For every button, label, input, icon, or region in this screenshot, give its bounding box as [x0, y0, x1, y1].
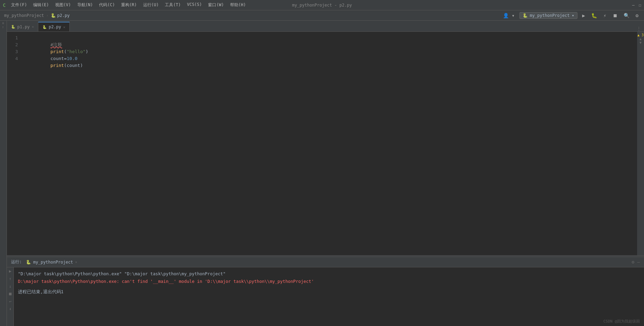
bottom-panel: 运行: 🐍 my_pythonProject ✕ ⚙ — ▶ ↑ ↓ ⏹ ↩ — [7, 257, 644, 326]
panel-tabs: 运行: 🐍 my_pythonProject ✕ ⚙ — — [7, 257, 644, 267]
tab-p2py-icon: 🐍 — [42, 25, 47, 29]
menu-edit[interactable]: 编辑(E) — [30, 1, 52, 9]
line-num-2: 2 — [7, 41, 18, 48]
search-icon[interactable]: 🔍 — [622, 12, 631, 19]
warning-badge: ▲ 3 — [637, 33, 644, 37]
panel-left-icons: ▶ ↑ ↓ ⏹ ↩ ⬇ — [7, 267, 14, 326]
maximize-button[interactable]: ☐ — [639, 3, 641, 8]
editor-area: 🐍 p1.py ✕ 🐍 p2.py ✕ ⋮ 1 2 3 4 #注释 — [7, 21, 644, 326]
line-numbers: 1 2 3 4 — [7, 32, 21, 255]
menu-tools[interactable]: 工具(T) — [162, 1, 184, 9]
project-name: my_pythonProject — [530, 13, 570, 18]
right-gutter: ▲ 3 ▲ ▼ — [637, 32, 644, 255]
breadcrumb-filename: p2.py — [57, 13, 70, 18]
code-print2-func: print — [50, 63, 64, 68]
minimize-button[interactable]: — — [632, 3, 635, 8]
breadcrumb-file[interactable]: 🐍 p2.py — [51, 13, 70, 18]
menu-file[interactable]: 文件(F) — [8, 1, 30, 9]
panel-down-icon[interactable]: ↓ — [9, 284, 11, 289]
run-output: "D:\major task\python\Python\python.exe"… — [14, 267, 644, 326]
tabs-more-button[interactable]: ⋮ — [634, 26, 644, 31]
output-error: D:\major task\python\Python\python.exe: … — [18, 278, 640, 285]
panel-controls: ⚙ — — [632, 259, 640, 265]
coverage-button[interactable]: ⚡ — [602, 12, 607, 19]
code-count-arg: count — [67, 63, 80, 68]
gutter-down-arrow[interactable]: ▼ — [640, 41, 642, 45]
run-button[interactable]: ▶ — [581, 12, 586, 19]
main-content: ≡ ← 🐍 p1.py ✕ 🐍 p2.py ✕ ⋮ 1 2 3 4 — [0, 21, 644, 326]
app-icon: C — [3, 2, 6, 8]
menu-run[interactable]: 运行(U) — [140, 1, 162, 9]
user-icon[interactable]: 👤 ▾ — [502, 12, 516, 19]
run-tab-close[interactable]: ✕ — [75, 260, 77, 264]
code-line-1: #注释 — [23, 34, 637, 41]
window-controls: — ☐ — [632, 3, 641, 8]
breadcrumb-project[interactable]: my_pythonProject — [4, 13, 44, 18]
panel-up-icon[interactable]: ↑ — [9, 276, 11, 281]
code-paren2-close: ) — [80, 63, 83, 68]
window-title: my_pythonProject - p2.py — [292, 3, 352, 8]
line-num-3: 3 — [7, 48, 18, 55]
code-line-2: print("hello") — [23, 41, 637, 48]
title-bar: C 文件(F) 编辑(E) 视图(V) 导航(N) 代码(C) 重构(R) 运行… — [0, 0, 644, 10]
menu-view[interactable]: 视图(V) — [52, 1, 74, 9]
tab-p2py-label: p2.py — [49, 24, 61, 29]
menu-vcs[interactable]: VCS(S) — [184, 1, 205, 9]
project-icon: 🐍 — [523, 13, 528, 18]
code-string: "hello" — [67, 49, 86, 54]
left-sidebar: ≡ ← — [0, 21, 7, 326]
sidebar-arrow-icon[interactable]: ← — [1, 26, 5, 28]
code-var-count: count — [50, 56, 64, 61]
menu-refactor[interactable]: 重构(R) — [118, 1, 140, 9]
line-num-4: 4 — [7, 55, 18, 62]
debug-button[interactable]: 🐛 — [590, 12, 598, 19]
panel-wrap-icon[interactable]: ↩ — [9, 299, 11, 304]
nav-right: 👤 ▾ 🐍 my_pythonProject ▾ ▶ 🐛 ⚡ ⏹ 🔍 ⚙ — [502, 12, 640, 19]
code-area[interactable]: #注释 print("hello") count=10.0 print(coun… — [21, 32, 637, 255]
sidebar-structure-icon[interactable]: ≡ — [1, 22, 5, 24]
line-num-1: 1 — [7, 34, 18, 41]
chevron-down-icon: ▾ — [572, 13, 574, 18]
gutter-up-arrow[interactable]: ▲ — [640, 37, 642, 41]
nav-bar: my_pythonProject › 🐍 p2.py 👤 ▾ 🐍 my_pyth… — [0, 10, 644, 21]
panel-content: ▶ ↑ ↓ ⏹ ↩ ⬇ "D:\major task\python\Python… — [7, 267, 644, 326]
run-tab-name: my_pythonProject — [33, 260, 73, 265]
menu-help[interactable]: 帮助(H) — [227, 1, 249, 9]
watermark: CSDN @因为我超级困 — [603, 319, 640, 324]
run-tab[interactable]: 🐍 my_pythonProject ✕ — [26, 260, 77, 265]
tab-p1py-icon: 🐍 — [11, 25, 15, 29]
output-exit-msg: 进程已结束,退出代码1 — [18, 288, 640, 296]
run-panel-label: 运行: — [11, 259, 22, 265]
tab-p1py-close[interactable]: ✕ — [32, 25, 34, 29]
project-selector[interactable]: 🐍 my_pythonProject ▾ — [519, 12, 577, 19]
code-paren-close: ) — [86, 49, 88, 54]
output-command: "D:\major task\python\Python\python.exe"… — [18, 270, 640, 278]
editor-content[interactable]: 1 2 3 4 #注释 print("hello") count=10.0 pr… — [7, 32, 644, 255]
code-number: 10.0 — [67, 56, 77, 61]
tabs-bar: 🐍 p1.py ✕ 🐍 p2.py ✕ ⋮ — [7, 21, 644, 32]
run-tab-icon: 🐍 — [26, 260, 31, 265]
tab-p2py[interactable]: 🐍 p2.py ✕ — [38, 22, 70, 31]
code-line-4: print(count) — [23, 55, 637, 62]
panel-settings-icon[interactable]: ⚙ — [632, 259, 634, 265]
breadcrumb-separator: › — [46, 13, 49, 18]
tab-p1py-label: p1.py — [17, 24, 30, 29]
code-line-3: count=10.0 — [23, 48, 637, 55]
tab-p1py[interactable]: 🐍 p1.py ✕ — [7, 22, 38, 31]
panel-scroll-end-icon[interactable]: ⬇ — [9, 307, 11, 312]
menu-code[interactable]: 代码(C) — [96, 1, 118, 9]
panel-run-icon[interactable]: ▶ — [9, 269, 11, 274]
code-comment: #注释 — [50, 42, 62, 47]
menu-nav[interactable]: 导航(N) — [75, 1, 96, 9]
panel-minimize-icon[interactable]: — — [637, 259, 640, 265]
tab-p2py-close[interactable]: ✕ — [63, 25, 65, 29]
code-print-func: print — [50, 49, 64, 54]
settings-icon[interactable]: ⚙ — [634, 12, 640, 19]
file-icon: 🐍 — [51, 13, 56, 18]
panel-stop-icon[interactable]: ⏹ — [8, 292, 12, 296]
stop-button[interactable]: ⏹ — [611, 12, 619, 19]
menu-window[interactable]: 窗口(W) — [205, 1, 227, 9]
